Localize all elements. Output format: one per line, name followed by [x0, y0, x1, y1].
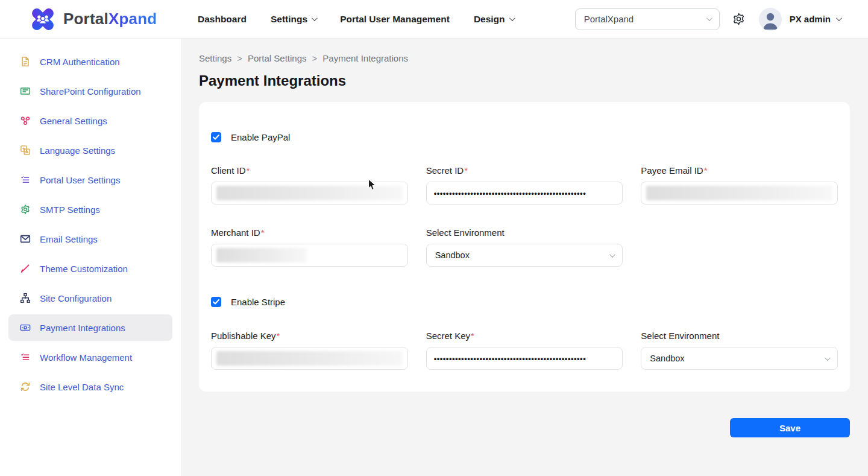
sitemap-icon [20, 293, 31, 303]
redacted-value [216, 248, 307, 262]
sidebar-item-payment-integrations[interactable]: Payment Integrations [8, 314, 172, 341]
gear-icon [20, 204, 31, 215]
client-id-field: Client ID* [211, 165, 408, 205]
required-marker: * [247, 165, 250, 176]
stripe-environment-label: Select Environment [641, 331, 719, 341]
paypal-environment-field: Select Environment Sandbox [426, 227, 623, 267]
required-marker: * [464, 165, 468, 176]
breadcrumb-portal-settings[interactable]: Portal Settings [248, 53, 307, 63]
brush-icon [20, 263, 31, 274]
check-icon [213, 299, 219, 305]
browser-card-icon [20, 86, 31, 97]
payment-integrations-card: Enable PayPal Client ID* Secret ID* ••••… [199, 102, 850, 392]
sidebar-item-portal-user-settings[interactable]: Portal User Settings [8, 167, 172, 193]
secret-key-field: Secret Key* ••••••••••••••••••••••••••••… [426, 331, 623, 370]
sidebar-item-sharepoint-configuration[interactable]: SharePoint Configuration [8, 78, 172, 104]
nav-dashboard[interactable]: Dashboard [198, 14, 247, 25]
translate-icon [20, 145, 31, 156]
enable-stripe-row: Enable Stripe [211, 297, 838, 307]
merchant-id-field: Merchant ID* [211, 227, 408, 267]
publishable-key-field: Publishable Key* [211, 331, 408, 370]
page-title: Payment Integrations [199, 72, 850, 89]
masked-value: ••••••••••••••••••••••••••••••••••••••••… [434, 354, 587, 363]
sidebar-item-language-settings[interactable]: Language Settings [8, 137, 172, 163]
user-silhouette-icon [759, 8, 782, 31]
required-marker: * [277, 331, 280, 341]
sidebar-item-general-settings[interactable]: General Settings [8, 107, 172, 134]
main-content: Settings > Portal Settings > Payment Int… [181, 39, 868, 476]
secret-id-field: Secret ID* •••••••••••••••••••••••••••••… [426, 165, 623, 205]
merchant-id-label: Merchant ID [211, 227, 260, 238]
client-id-label: Client ID [211, 165, 246, 176]
sidebar-item-theme-customization[interactable]: Theme Customization [8, 255, 172, 282]
merchant-id-input[interactable] [211, 244, 408, 267]
breadcrumb-settings[interactable]: Settings [199, 53, 231, 63]
sidebar-item-site-level-data-sync[interactable]: Site Level Data Sync [8, 373, 172, 400]
sidebar-item-site-configuration[interactable]: Site Configuration [8, 285, 172, 311]
breadcrumb-current: Payment Integrations [322, 53, 408, 63]
secret-id-label: Secret ID [426, 165, 464, 176]
sidebar-item-email-settings[interactable]: Email Settings [8, 226, 172, 252]
sidebar-item-crm-authentication[interactable]: CRM Authentication [8, 48, 172, 75]
required-marker: * [704, 165, 708, 176]
paypal-environment-select[interactable]: Sandbox [426, 244, 623, 267]
enable-paypal-label: Enable PayPal [231, 132, 290, 142]
brand-logo[interactable]: PortalXpand [0, 5, 181, 33]
nav-design[interactable]: Design [474, 14, 514, 25]
document-icon [20, 56, 31, 67]
enable-paypal-checkbox[interactable] [211, 132, 221, 142]
banknote-icon [20, 322, 31, 333]
chevron-down-icon [609, 252, 615, 258]
enable-paypal-row: Enable PayPal [211, 132, 838, 142]
enable-stripe-label: Enable Stripe [231, 297, 285, 307]
sidebar-item-smtp-settings[interactable]: SMTP Settings [8, 196, 172, 223]
chevron-down-icon [312, 15, 318, 21]
masked-value: ••••••••••••••••••••••••••••••••••••••••… [434, 189, 587, 198]
chevron-down-icon [706, 15, 712, 21]
chevron-down-icon [509, 15, 515, 21]
checklist-icon [20, 352, 31, 363]
avatar[interactable] [759, 8, 782, 31]
publishable-key-input[interactable] [211, 347, 408, 370]
top-navigation: Dashboard Settings Portal User Managemen… [181, 14, 514, 25]
portal-select[interactable]: PortalXpand [575, 8, 720, 30]
redacted-value [216, 351, 403, 366]
chevron-down-icon [825, 355, 831, 361]
breadcrumb-separator: > [237, 53, 242, 63]
payee-email-label: Payee Email ID [641, 165, 703, 176]
publishable-key-label: Publishable Key [211, 331, 276, 341]
nav-portal-user-management[interactable]: Portal User Management [340, 14, 450, 25]
breadcrumb-separator: > [312, 53, 318, 63]
required-marker: * [471, 331, 474, 341]
breadcrumb: Settings > Portal Settings > Payment Int… [199, 53, 850, 63]
sync-icon [20, 381, 31, 392]
secret-id-input[interactable]: ••••••••••••••••••••••••••••••••••••••••… [426, 182, 623, 205]
stripe-environment-select[interactable]: Sandbox [641, 347, 838, 370]
sidebar-item-workflow-management[interactable]: Workflow Management [8, 344, 172, 370]
gear-icon[interactable] [732, 12, 746, 26]
required-marker: * [261, 227, 265, 238]
paypal-environment-label: Select Environment [426, 227, 505, 238]
settings-sidebar: CRM Authentication SharePoint Configurat… [0, 39, 181, 476]
checklist-icon [20, 174, 31, 185]
save-button[interactable]: Save [730, 418, 850, 437]
user-menu[interactable]: PX admin [790, 14, 840, 24]
check-icon [213, 135, 219, 140]
enable-stripe-checkbox[interactable] [211, 297, 221, 307]
envelope-icon [20, 233, 31, 244]
stripe-environment-field: Select Environment Sandbox [641, 331, 838, 370]
top-header: PortalXpand Dashboard Settings Portal Us… [0, 0, 868, 39]
redacted-value [646, 186, 832, 200]
secret-key-label: Secret Key [426, 331, 470, 341]
chevron-down-icon [836, 15, 842, 21]
payee-email-input[interactable] [641, 182, 838, 205]
secret-key-input[interactable]: ••••••••••••••••••••••••••••••••••••••••… [426, 347, 623, 370]
nav-settings[interactable]: Settings [271, 14, 316, 25]
client-id-input[interactable] [211, 182, 408, 205]
network-nodes-icon [20, 115, 31, 126]
payee-email-field: Payee Email ID* [641, 165, 838, 205]
portalxpand-logo-icon [29, 5, 57, 33]
brand-name: PortalXpand [63, 10, 157, 28]
redacted-value [216, 186, 403, 200]
